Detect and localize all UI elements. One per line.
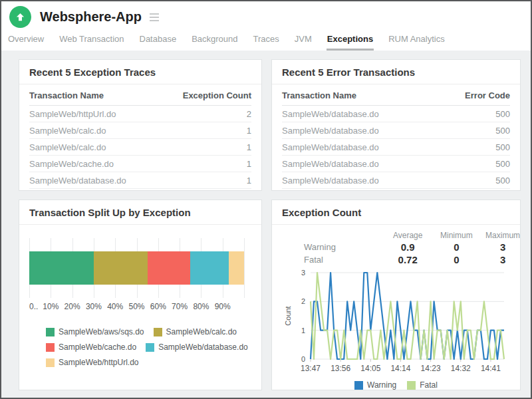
value-cell: 500	[438, 122, 510, 139]
bar-segment-sampleweb-cache-do[interactable]	[148, 251, 191, 285]
x-tick-label: 70%	[172, 302, 188, 311]
x-tick-label: 90%	[215, 302, 231, 311]
table-row[interactable]: SampleWeb/database.do500	[282, 156, 510, 172]
stats-average: 0.72	[379, 253, 436, 266]
svg-text:14:32: 14:32	[451, 364, 471, 373]
table-row[interactable]: SampleWeb/httpUrl.do2	[29, 106, 251, 122]
svg-text:14:05: 14:05	[360, 364, 380, 373]
svg-text:13:47: 13:47	[301, 364, 321, 373]
value-cell: 500	[438, 172, 510, 189]
transaction-name-cell[interactable]: SampleWeb/database.do	[29, 172, 159, 189]
x-tick-label: 30%	[86, 302, 102, 311]
hamburger-icon[interactable]	[150, 13, 159, 21]
svg-text:13:56: 13:56	[331, 364, 350, 373]
error-transactions-table: Transaction Name Error Code SampleWeb/da…	[282, 84, 510, 189]
transaction-name-cell[interactable]: SampleWeb/calc.do	[29, 122, 159, 139]
panel-exception-count: Exception Count Average Minimum Maximum …	[271, 200, 521, 390]
stats-maximum: 3	[476, 241, 521, 253]
x-tick-label: 10%	[43, 302, 59, 311]
table-row[interactable]: SampleWeb/cache.do1	[29, 156, 251, 172]
table-row[interactable]: SampleWeb/database.do500	[282, 139, 510, 156]
bar-segment-sampleweb-database-do[interactable]	[190, 251, 229, 285]
transaction-name-cell[interactable]: SampleWeb/database.do	[282, 172, 438, 189]
legend-item-sampleweb-database-do[interactable]: SampleWeb/database.do	[146, 342, 248, 352]
stacked-bar-chart: 0..10%20%30%40%50%60%70%80%90%	[29, 238, 244, 313]
tab-overview[interactable]: Overview	[7, 31, 45, 51]
value-cell: 1	[159, 172, 251, 189]
content-area: Recent 5 Exception Traces Transaction Na…	[1, 51, 531, 399]
column-header-exception-count: Exception Count	[159, 84, 251, 106]
tab-database[interactable]: Database	[139, 31, 178, 51]
value-cell: 500	[438, 106, 510, 122]
tab-web-transaction[interactable]: Web Transaction	[59, 31, 124, 51]
value-cell: 2	[159, 106, 251, 122]
table-row[interactable]: SampleWeb/database.do500	[282, 122, 510, 139]
bar-segment-sampleweb-httpurl-do[interactable]	[229, 251, 244, 285]
transaction-name-cell[interactable]: SampleWeb/database.do	[282, 156, 438, 172]
transaction-name-cell[interactable]: SampleWeb/database.do	[282, 106, 438, 122]
stats-header-maximum: Maximum	[476, 229, 521, 241]
panel-title: Recent 5 Exception Traces	[19, 60, 261, 84]
stats-label: Warning	[304, 241, 379, 253]
panel-title: Exception Count	[272, 200, 520, 225]
legend-item-sampleweb-aws-sqs-do[interactable]: SampleWeb/aws/sqs.do	[46, 327, 144, 336]
table-row[interactable]: SampleWeb/database.do1	[29, 172, 251, 189]
svg-text:14:23: 14:23	[421, 364, 441, 373]
legend-label: SampleWeb/calc.do	[166, 327, 237, 336]
stacked-bar	[29, 251, 244, 285]
stats-minimum: 0	[436, 241, 476, 253]
legend-color-swatch	[354, 381, 363, 390]
transaction-name-cell[interactable]: SampleWeb/database.do	[282, 139, 438, 156]
column-header-transaction-name: Transaction Name	[29, 84, 159, 106]
stats-empty-header	[304, 229, 379, 241]
bar-legend: SampleWeb/aws/sqs.doSampleWeb/calc.doSam…	[46, 327, 260, 367]
tab-jvm[interactable]: JVM	[294, 31, 313, 51]
stats-average: 0.9	[379, 241, 436, 253]
legend-item-warning[interactable]: Warning	[354, 380, 396, 390]
transaction-name-cell[interactable]: SampleWeb/httpUrl.do	[29, 106, 159, 122]
svg-text:14:41: 14:41	[481, 364, 501, 373]
tab-exceptions[interactable]: Exceptions	[327, 31, 374, 51]
tab-rum-analytics[interactable]: RUM Analytics	[388, 31, 446, 51]
stats-minimum: 0	[436, 253, 476, 266]
svg-text:1: 1	[301, 327, 305, 334]
exception-stats-table: Average Minimum Maximum Warning 0.9 0 3 …	[304, 229, 521, 266]
x-tick-label: 80%	[193, 302, 209, 311]
svg-text:0: 0	[301, 355, 305, 363]
transaction-name-cell[interactable]: SampleWeb/calc.do	[29, 139, 159, 156]
stats-header-average: Average	[379, 229, 436, 241]
legend-color-swatch	[146, 343, 154, 352]
legend-item-sampleweb-calc-do[interactable]: SampleWeb/calc.do	[154, 327, 237, 336]
x-tick-label: 0..	[29, 302, 38, 311]
legend-label: SampleWeb/database.do	[158, 342, 248, 352]
stats-row-fatal: Fatal 0.72 0 3	[304, 253, 521, 266]
table-row[interactable]: SampleWeb/database.do500	[282, 106, 510, 122]
legend-color-swatch	[46, 358, 55, 367]
legend-item-sampleweb-httpurl-do[interactable]: SampleWeb/httpUrl.do	[46, 358, 139, 367]
svg-text:Count: Count	[284, 306, 292, 325]
legend-color-swatch	[46, 343, 55, 352]
legend-color-swatch	[154, 328, 162, 336]
page-title: Websphere-App	[40, 9, 142, 25]
tab-traces[interactable]: Traces	[253, 31, 280, 51]
table-row[interactable]: SampleWeb/calc.do1	[29, 122, 251, 139]
table-row[interactable]: SampleWeb/calc.do1	[29, 139, 251, 156]
legend-label: Fatal	[420, 380, 438, 390]
table-row[interactable]: SampleWeb/database.do500	[282, 172, 510, 189]
legend-item-sampleweb-cache-do[interactable]: SampleWeb/cache.do	[46, 342, 136, 352]
bar-segment-sampleweb-calc-do[interactable]	[94, 251, 148, 285]
legend-item-fatal[interactable]: Fatal	[407, 380, 438, 390]
column-header-transaction-name: Transaction Name	[282, 84, 438, 106]
transaction-name-cell[interactable]: SampleWeb/database.do	[282, 122, 438, 139]
bar-segment-sampleweb-aws-sqs-do[interactable]	[29, 251, 94, 285]
tab-background[interactable]: Background	[191, 31, 238, 51]
tab-bar: OverviewWeb TransactionDatabaseBackgroun…	[1, 29, 531, 51]
svg-text:3: 3	[301, 269, 305, 277]
svg-text:2: 2	[301, 297, 305, 305]
line-series-fatal	[311, 273, 504, 359]
transaction-name-cell[interactable]: SampleWeb/cache.do	[29, 156, 159, 172]
panel-exception-traces: Recent 5 Exception Traces Transaction Na…	[19, 59, 262, 191]
stats-label: Fatal	[304, 253, 379, 266]
arrow-up-icon	[15, 12, 25, 22]
app-logo[interactable]	[9, 6, 31, 28]
